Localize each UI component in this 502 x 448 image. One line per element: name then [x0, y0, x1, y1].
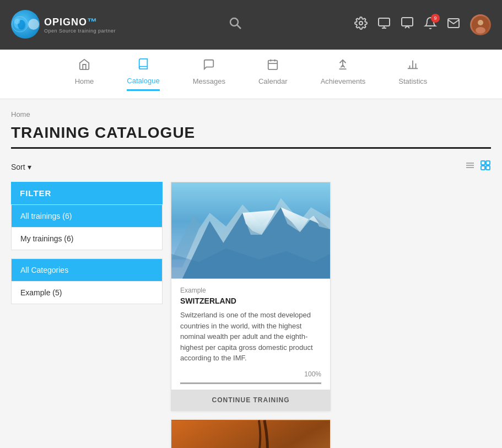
progress-label: 100% [304, 370, 321, 378]
card-cta-switzerland[interactable]: CONTINUE TRAINING [171, 390, 330, 411]
catalogue-icon [137, 58, 149, 73]
svg-point-13 [476, 27, 485, 34]
bell-badge: 9 [431, 14, 440, 23]
nav-home-label: Home [75, 77, 94, 85]
svg-point-4 [230, 18, 238, 26]
monitor-icon[interactable] [401, 17, 414, 33]
filter-categories-header[interactable]: All Categories [12, 259, 162, 281]
svg-rect-27 [481, 166, 485, 170]
avatar[interactable] [470, 14, 491, 35]
nav-catalogue-label: Catalogue [127, 77, 159, 85]
nav-messages[interactable]: Messages [193, 58, 225, 90]
card-description: Switzerland is one of the most developed… [180, 310, 321, 364]
sort-label: Sort [11, 163, 25, 171]
settings-icon[interactable] [354, 17, 368, 33]
bell-icon[interactable]: 9 [424, 17, 437, 33]
toolbar: Sort ▾ [11, 160, 491, 174]
logo-icon [11, 10, 40, 39]
nav-achievements-label: Achievements [321, 77, 366, 85]
svg-point-6 [359, 21, 363, 25]
card-category: Example [180, 287, 321, 294]
logo: OPIGNO™ Open Source training partner [11, 10, 116, 40]
breadcrumb: Home [11, 110, 491, 118]
svg-point-12 [478, 20, 483, 25]
content-area: Home TRAINING CATALOGUE Sort ▾ [0, 99, 502, 448]
users-icon[interactable] [377, 17, 391, 33]
sidebar-filter: FILTER All trainings (6) My trainings (6… [11, 182, 163, 448]
mail-icon[interactable] [447, 17, 460, 33]
title-divider [11, 147, 491, 149]
messages-icon [203, 58, 215, 74]
list-view-toggle[interactable] [465, 160, 476, 174]
nav-statistics[interactable]: Statistics [398, 58, 427, 90]
svg-rect-7 [379, 18, 390, 26]
progress-bar-fill [180, 382, 321, 384]
logo-text: OPIGNO™ [44, 17, 116, 28]
filter-all-trainings[interactable]: All trainings (6) [12, 205, 162, 227]
filter-trainings-section: All trainings (6) My trainings (6) [11, 204, 163, 250]
home-icon [78, 58, 90, 74]
progress-row: 100% [180, 370, 321, 378]
svg-point-3 [14, 19, 20, 24]
card-chocolate: Example CHOCOLATE - SCORM 2004 The Spani… [171, 419, 331, 449]
filter-my-trainings[interactable]: My trainings (6) [12, 227, 162, 250]
calendar-icon [267, 58, 279, 74]
progress-bar [180, 382, 321, 384]
filter-category-example[interactable]: Example (5) [12, 281, 162, 304]
achievements-icon [337, 58, 349, 74]
nav-achievements[interactable]: Achievements [321, 58, 366, 90]
svg-rect-26 [486, 161, 490, 165]
topbar: OPIGNO™ Open Source training partner [0, 0, 502, 50]
nav-calendar-label: Calendar [258, 77, 288, 85]
card-title: SWITZERLAND [180, 296, 321, 305]
svg-rect-36 [171, 420, 330, 448]
statistics-icon [407, 58, 419, 74]
main-layout: FILTER All trainings (6) My trainings (6… [11, 182, 491, 448]
sort-arrow-icon: ▾ [28, 163, 31, 171]
svg-rect-28 [486, 166, 490, 170]
svg-rect-25 [481, 161, 485, 165]
topbar-icons: 9 [354, 14, 491, 35]
logo-subtitle: Open Source training partner [44, 28, 116, 34]
card-image-chocolate [171, 420, 330, 449]
svg-rect-10 [402, 18, 413, 26]
main-navigation: Home Catalogue Messages Calendar [0, 50, 502, 99]
card-image-mountains [171, 182, 330, 279]
nav-calendar[interactable]: Calendar [258, 58, 288, 90]
view-toggles [465, 160, 491, 174]
page-title: TRAINING CATALOGUE [11, 124, 491, 142]
nav-catalogue[interactable]: Catalogue [127, 58, 159, 91]
sort-button[interactable]: Sort ▾ [11, 163, 31, 171]
cards-area: Example SWITZERLAND Switzerland is one o… [171, 182, 491, 448]
svg-line-5 [237, 25, 241, 29]
card-switzerland: Example SWITZERLAND Switzerland is one o… [171, 182, 331, 411]
nav-statistics-label: Statistics [398, 77, 427, 85]
search-icon[interactable] [229, 17, 242, 33]
card-body-switzerland: Example SWITZERLAND Switzerland is one o… [171, 279, 330, 390]
nav-messages-label: Messages [193, 77, 225, 85]
filter-header: FILTER [11, 182, 163, 204]
nav-home[interactable]: Home [75, 58, 94, 90]
svg-rect-14 [268, 61, 278, 70]
filter-categories: All Categories Example (5) [11, 258, 163, 304]
grid-view-toggle[interactable] [480, 160, 491, 174]
